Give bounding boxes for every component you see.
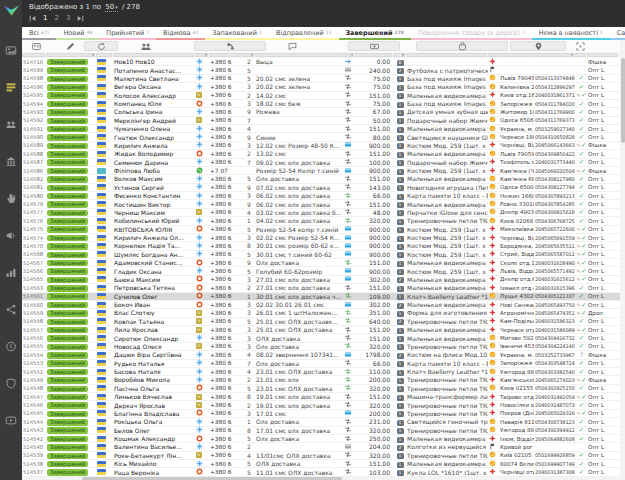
table-row[interactable]: 514561ЗавершенийСучилов Олег+380 6130.01… [22,293,620,301]
filter-cell[interactable] [113,53,194,57]
column-header-product-bag-icon[interactable] [416,41,508,51]
column-header-refresh-icon[interactable] [84,41,118,51]
table-row[interactable]: 514581ЗавершенийУстинов Сергей+380 6907.… [22,184,620,192]
filter-cell[interactable]: ▾ [242,53,254,57]
vertical-scrollbar-thumb[interactable] [621,58,625,143]
filter-cell[interactable]: ▾ [534,53,574,57]
page-number-2[interactable]: 2 [54,14,58,22]
tab-нема-в-наявності[interactable]: Нема в наявності1 [532,27,610,40]
table-row[interactable]: 514557ЗавершенийЛила Ярославlc+380 6325.… [22,326,620,334]
table-row[interactable]: 514559ЗавершенийВлас Слотюуlc+380 6326.0… [22,309,620,317]
page-size-dropdown[interactable]: 50▾ [105,3,117,12]
table-row[interactable]: 514582ЗавершенийВолков Максим+380 65Олх … [22,175,620,183]
filter-cell[interactable] [575,53,586,57]
filter-cell[interactable] [22,53,45,57]
filter-cell[interactable] [209,53,241,57]
table-row[interactable]: 514596ЗавершенийВегера Оксана+380 6320.0… [22,83,620,91]
video-icon[interactable] [5,414,18,426]
table-row[interactable]: 514575ЗавершенийКВІТОВСЬКА ЮЛІЯ+380 65Ро… [22,226,620,234]
table-row[interactable]: 514560ЗавершенийБокоч Иван+380 6302.02 3… [22,301,620,309]
tab-новий[interactable]: Новий48 [56,27,99,40]
hand-icon[interactable] [5,192,18,204]
tab-повернення-товару-в-дорозі-[interactable]: Повернення товару (в дорозі)0 [411,27,532,40]
table-row[interactable]: 514566ЗавершенийГладик Оксана+380 65Голу… [22,267,620,275]
table-row[interactable]: 514593ЗавершенийСольська Ірина+380 69Рож… [22,108,620,116]
column-header-people-icon[interactable] [138,41,154,51]
table-row[interactable]: 514558ЗавершенийКовпак Татьянаlc+380 652… [22,318,620,326]
table-row[interactable]: 514548ЗавершенийПасічна Ольга+380 6523.0… [22,385,620,393]
tab-відправлений[interactable]: Відправлений12 [269,27,339,40]
table-row[interactable]: 514546ЗавершенийДеркач Ярославlc+380 621… [22,401,620,409]
filter-cell[interactable] [96,53,112,57]
table-row[interactable]: 514563ЗавершенийПетровська Тетяна+380 62… [22,284,620,292]
table-row[interactable]: 514554ЗавершенийДацюк Віра Сергіївна+380… [22,351,620,359]
tab-всі[interactable]: Всі471 [22,27,56,40]
filter-cell[interactable] [406,53,487,57]
table-row[interactable]: 514574ЗавершенийКирилич Анжела Ол...+380… [22,234,620,242]
filter-cell[interactable]: ▾ [343,53,354,57]
table-row[interactable]: 514591ЗавершенийЧумаченко Олена+380 6415… [22,125,620,133]
table-row[interactable]: 514553ЗавершенийРудько Наталья+380 67Олх… [22,360,620,368]
table-row[interactable]: 514586ЗавершенийФіліпова Люба+7 07Розмір… [22,167,620,175]
tab-самовивіз[interactable]: Самовивіз2 [610,27,625,40]
table-row[interactable]: 514588ЗавершенийЖидак Володимир+380 6213… [22,150,620,158]
table-row[interactable]: 514599ЗавершенийПотапенко Анастас...+380… [22,66,620,74]
table-row[interactable]: 514579ЗавершенийКостишин Виктор+380 6906… [22,200,620,208]
column-header-chat-icon[interactable] [284,41,300,51]
filter-cell[interactable] [255,53,342,57]
table-row[interactable]: 514568ЗавершенийШумляс Богдана Ан...+380… [22,251,620,259]
table-row[interactable]: 514543ЗавершенийБелов Олег+380 6817.01 с… [22,427,620,435]
table-row[interactable]: 514592ЗавершенийМерклінгер Андрейlc+380 … [22,117,620,125]
table-row[interactable]: 514567ЗавершенийАдамовский Станис...+380… [22,259,620,267]
page-number-3[interactable]: 3 [66,14,70,22]
tab-прийнятий[interactable]: Прийнятий7 [99,27,156,40]
table-row[interactable]: 514590ЗавершенийГнатюк Олександр+380 69С… [22,133,620,141]
table-row[interactable]: 514565ЗавершенийБаюка Максим+380 6327.01… [22,276,620,284]
column-header-location-pin-icon[interactable] [510,41,566,51]
first-page-button[interactable] [29,15,36,22]
column-header-contact-card-icon[interactable] [28,41,44,51]
table-row[interactable]: 514549ЗавершенийВоробйов Микола+380 6221… [22,376,620,384]
filter-cell[interactable]: ▾ [393,53,405,57]
filter-cell[interactable]: ▾ [46,53,95,57]
table-row[interactable]: 514594ЗавершенийКомпанец Юля+380 6318.02… [22,100,620,108]
column-header-pencil-icon[interactable] [62,41,78,51]
tab-завершений[interactable]: Завершений278 [339,27,412,40]
table-row[interactable]: 514577ЗавершенийЧерниш Максимlc+380 6403… [22,209,620,217]
users-icon[interactable] [5,118,18,130]
chart-icon[interactable] [5,266,18,278]
table-row[interactable]: 514545ЗавершенийБлагінна Владіслава+380 … [22,410,620,418]
table-row[interactable]: 514544ЗавершенийРокіцька Ольга+380 61Олх… [22,418,620,426]
page-number-1[interactable]: 1 [43,14,47,22]
table-row[interactable]: 514580ЗавершенийФесенко Константин+380 6… [22,192,620,200]
table-row[interactable]: 514570ЗавершенийКорнелюк Надія Та...+380… [22,242,620,250]
column-header-barcode-scan-icon[interactable] [572,41,588,51]
table-row[interactable]: 514589ЗавершенийКирилич Анжела+380 6312.… [22,142,620,150]
column-header-phone-icon[interactable] [194,41,266,51]
filter-cell[interactable] [499,53,533,57]
table-row[interactable]: 514539ЗавершенийРоке-Бетанкурт Лін...lc+… [22,452,620,460]
last-page-button[interactable] [77,15,84,22]
filter-cell[interactable] [355,53,392,57]
table-row[interactable]: 514547ЗавершенийЛиньков Вячеславlc+380 6… [22,393,620,401]
megaphone-icon[interactable] [5,229,18,241]
table-row[interactable]: 514716ЗавершенийНов10 Нов10+380 62Выца0.… [22,58,620,66]
shield-icon[interactable] [5,377,18,389]
bank-icon[interactable] [5,155,18,167]
table-row[interactable]: 514555ЗавершенийНовосад Олесяlc+380 63Ол… [22,343,620,351]
table-row[interactable]: 514587ЗавершенийСеменюк Дарина+380 6709.… [22,159,620,167]
table-row[interactable]: 514537ЗавершенийРаца Вероніка+380 6511.0… [22,468,620,476]
table-row[interactable]: 514538ЗавершенийКісь Михайло+380 65ОЛХ д… [22,460,620,468]
filter-cell[interactable] [488,53,498,57]
table-row[interactable]: 514595ЗавершенийКолосок Александрlc+380 … [22,92,620,100]
column-header-money-icon[interactable] [348,41,400,51]
info-icon[interactable] [5,340,18,352]
table-row[interactable]: 514540ЗавершенийВалентина Василье...+380… [22,443,620,451]
table-row[interactable]: 514576ЗавершенийКобилинський Юрий+380 61… [22,217,620,225]
app-logo-icon[interactable] [3,3,20,18]
tab-відмова[interactable]: Відмова42 [156,27,205,40]
table-row[interactable]: 514551ЗавершенийБасова Наталя+380 6423.0… [22,368,620,376]
share-icon[interactable] [5,303,18,315]
filter-cell[interactable]: ▾ [195,53,208,57]
table-row[interactable]: 514598ЗавершенийМалютина Светлана+380 65… [22,75,620,83]
